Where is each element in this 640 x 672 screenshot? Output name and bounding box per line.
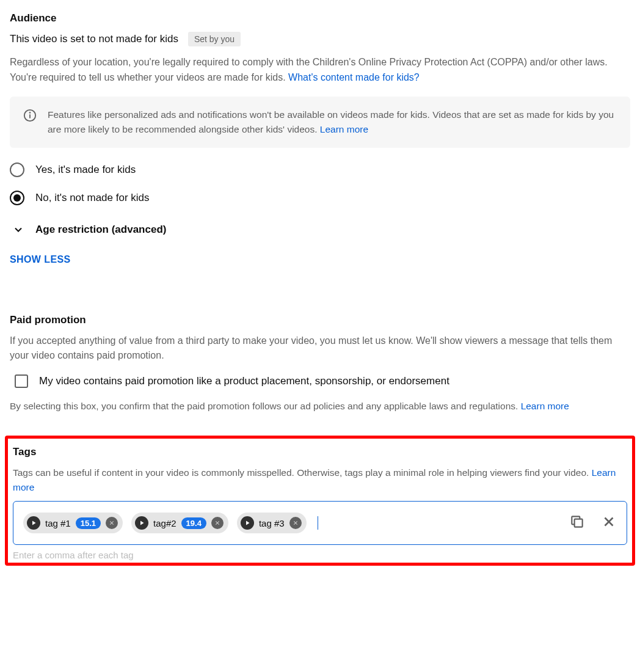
confirm-text: By selecting this box, you confirm that … — [10, 401, 521, 411]
paid-promotion-checkbox-label: My video contains paid promotion like a … — [39, 375, 449, 387]
clear-tags-button[interactable] — [601, 514, 617, 532]
tag-brand-icon — [135, 516, 148, 530]
set-by-badge: Set by you — [188, 32, 241, 46]
info-box: Features like personalized ads and notif… — [10, 97, 630, 148]
radio-made-for-kids-no[interactable]: No, it's not made for kids — [10, 191, 630, 205]
chevron-down-icon — [12, 224, 24, 236]
audience-description: Regardless of your location, you're lega… — [10, 55, 630, 86]
tags-actions — [569, 514, 617, 532]
paid-promo-learn-more-link[interactable]: Learn more — [521, 401, 569, 411]
tag-remove-button[interactable] — [211, 517, 224, 529]
audience-status-text: This video is set to not made for kids — [10, 33, 178, 45]
tags-input[interactable]: tag #1 15.1 tag#2 19.4 tag #3 — [13, 501, 627, 545]
audience-section: Audience This video is set to not made f… — [10, 12, 630, 292]
tags-hint: Enter a comma after each tag — [13, 550, 627, 560]
radio-icon — [10, 163, 24, 177]
tag-label: tag#2 — [153, 518, 176, 528]
paid-promotion-checkbox-row[interactable]: My video contains paid promotion like a … — [15, 374, 630, 388]
content-for-kids-link[interactable]: What's content made for kids? — [288, 72, 420, 82]
info-learn-more-link[interactable]: Learn more — [320, 124, 368, 134]
audience-title: Audience — [10, 12, 630, 24]
tag-chip[interactable]: tag #3 — [237, 513, 307, 533]
checkbox-icon — [15, 374, 28, 388]
radio-icon-selected — [10, 191, 24, 205]
radio-no-label: No, it's not made for kids — [35, 192, 150, 204]
tags-desc: Tags can be useful if content in your vi… — [13, 466, 627, 495]
tags-title: Tags — [13, 446, 627, 458]
paid-promotion-section: Paid promotion If you accepted anything … — [10, 314, 630, 414]
tag-score-badge: 19.4 — [181, 517, 206, 529]
radio-made-for-kids-yes[interactable]: Yes, it's made for kids — [10, 163, 630, 177]
tag-brand-icon — [27, 516, 40, 530]
tag-label: tag #3 — [259, 518, 285, 528]
tag-chip[interactable]: tag#2 19.4 — [131, 513, 228, 533]
paid-promotion-desc: If you accepted anything of value from a… — [10, 334, 630, 364]
show-less-button[interactable]: SHOW LESS — [10, 254, 71, 265]
tags-desc-text: Tags can be useful if content in your vi… — [13, 467, 592, 478]
paid-promotion-confirm: By selecting this box, you confirm that … — [10, 399, 630, 414]
tag-chip[interactable]: tag #1 15.1 — [23, 513, 123, 533]
radio-yes-label: Yes, it's made for kids — [35, 164, 136, 176]
tag-remove-button[interactable] — [289, 517, 302, 529]
age-restriction-expander[interactable]: Age restriction (advanced) — [12, 224, 630, 236]
audience-status-line: This video is set to not made for kids S… — [10, 32, 630, 46]
info-icon — [23, 109, 37, 122]
tags-section-highlighted: Tags Tags can be useful if content in yo… — [5, 436, 635, 566]
age-restriction-label: Age restriction (advanced) — [35, 224, 166, 236]
copy-tags-button[interactable] — [569, 514, 585, 532]
info-text: Features like personalized ads and notif… — [48, 108, 617, 137]
svg-rect-3 — [575, 519, 583, 527]
text-cursor — [318, 516, 318, 530]
tag-brand-icon — [241, 516, 254, 530]
paid-promotion-title: Paid promotion — [10, 314, 630, 326]
svg-point-2 — [30, 112, 31, 113]
tag-remove-button[interactable] — [106, 517, 118, 529]
tag-label: tag #1 — [45, 518, 71, 528]
tag-score-badge: 15.1 — [76, 517, 101, 529]
